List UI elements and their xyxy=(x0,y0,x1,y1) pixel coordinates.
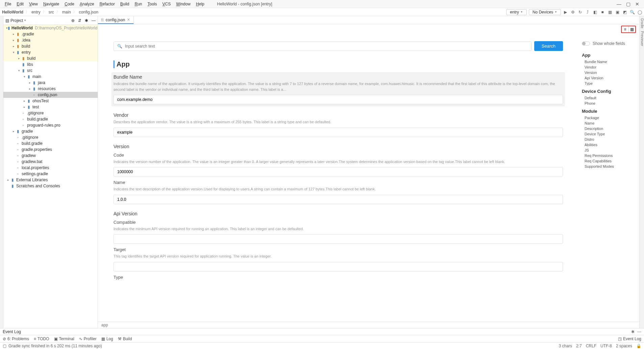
tree-ohosTest[interactable]: ▸▮ohosTest xyxy=(3,98,98,104)
tree-.gitignore[interactable]: ▫.gitignore xyxy=(3,110,98,116)
nav-item-version[interactable]: Version xyxy=(582,70,636,75)
status-encoding[interactable]: UTF-8 xyxy=(600,344,612,348)
api-compatible-input[interactable] xyxy=(113,234,563,244)
sdk-icon[interactable]: ◩ xyxy=(622,10,627,15)
tree-gradle.properties[interactable]: ▫gradle.properties xyxy=(3,146,98,153)
tree-gradle[interactable]: ▸▮gradle xyxy=(3,128,98,134)
menu-vcs[interactable]: VCS xyxy=(160,1,174,7)
status-eol[interactable]: CRLF xyxy=(586,344,596,348)
nav-item-abilities[interactable]: Abilities xyxy=(582,142,636,147)
chevron-icon[interactable]: ▾ xyxy=(11,51,16,54)
tree-java[interactable]: ▸▮java xyxy=(3,80,98,86)
view-mode-toggle[interactable]: ≡ ▦ xyxy=(621,26,636,33)
menu-view[interactable]: View xyxy=(26,1,41,7)
tree-resources[interactable]: ▸▮resources xyxy=(3,86,98,92)
menu-navigate[interactable]: Navigate xyxy=(41,1,62,7)
sync-icon[interactable]: ▦ xyxy=(608,10,612,15)
nav-item-device-type[interactable]: Device Type xyxy=(582,131,636,137)
nav-item-type[interactable]: Type xyxy=(582,81,636,86)
nav-item-req-permissions[interactable]: Req Permissions xyxy=(582,153,636,158)
gear-icon[interactable]: ✱ xyxy=(631,329,635,334)
tree-HelloWorld[interactable]: ▾▮HelloWorldD:\harmonyOS_Project\HelloWo… xyxy=(3,25,98,31)
close-icon[interactable]: ✕ xyxy=(635,1,639,7)
project-dropdown[interactable]: Project xyxy=(10,18,23,23)
menu-code[interactable]: Code xyxy=(62,1,77,7)
nav-item-js[interactable]: JS xyxy=(582,147,636,153)
menu-file[interactable]: File xyxy=(2,1,14,7)
chevron-icon[interactable]: ▾ xyxy=(22,75,26,78)
visual-view-icon[interactable]: ▦ xyxy=(628,26,635,32)
bundle-name-input[interactable] xyxy=(113,95,563,104)
crumb-src[interactable]: src xyxy=(49,10,54,15)
run-config-selector[interactable]: entry▼ xyxy=(506,9,527,15)
menu-build[interactable]: Build xyxy=(118,1,132,7)
version-name-input[interactable] xyxy=(113,195,563,204)
chevron-icon[interactable]: ▸ xyxy=(28,87,32,90)
minimize-icon[interactable]: — xyxy=(617,1,621,7)
search-button[interactable]: Search xyxy=(534,41,563,51)
crumb-main[interactable]: main xyxy=(62,10,71,15)
nav-item-vendor[interactable]: Vendor xyxy=(582,64,636,70)
chevron-icon[interactable]: ▸ xyxy=(28,81,32,84)
nav-section-device-config[interactable]: Device Config xyxy=(582,89,636,94)
tree-Scratches and Consoles[interactable]: ▮Scratches and Consoles xyxy=(3,183,98,189)
tool-event-log[interactable]: ◳Event Log xyxy=(618,337,641,341)
menu-help[interactable]: Help xyxy=(193,1,207,7)
status-indent[interactable]: 2 spaces xyxy=(616,344,632,348)
settings-icon[interactable]: ✱ xyxy=(85,18,88,23)
locate-icon[interactable]: ⊕ xyxy=(71,18,75,23)
nav-section-app[interactable]: App xyxy=(582,53,636,58)
tree-gradlew.bat[interactable]: ▫gradlew.bat xyxy=(3,159,98,165)
close-tab-icon[interactable]: ✕ xyxy=(127,18,130,22)
stop-icon[interactable]: ■ xyxy=(600,10,605,15)
tree-local.properties[interactable]: ▫local.properties xyxy=(3,165,98,171)
nav-item-package[interactable]: Package xyxy=(582,115,636,120)
event-log-label[interactable]: Event Log xyxy=(3,329,21,334)
collapse-icon[interactable]: ⇵ xyxy=(78,18,81,23)
chevron-icon[interactable]: ▸ xyxy=(22,105,26,109)
nav-section-module[interactable]: Module xyxy=(582,109,636,114)
profile-icon[interactable]: ⤴ xyxy=(585,10,590,15)
tree-settings.gradle[interactable]: ▫settings.gradle xyxy=(3,171,98,177)
tree-src[interactable]: ▾▮src xyxy=(3,68,98,74)
list-view-icon[interactable]: ≡ xyxy=(622,26,628,32)
menu-tools[interactable]: Tools xyxy=(145,1,160,7)
nav-item-supported-modes[interactable]: Supported Modes xyxy=(582,164,636,169)
run-icon[interactable]: ▶ xyxy=(563,10,568,15)
editor-breadcrumb[interactable]: app xyxy=(98,322,639,328)
nav-item-description[interactable]: Description xyxy=(582,126,636,131)
chevron-icon[interactable]: ▸ xyxy=(6,178,10,182)
crumb-HelloWorld[interactable]: HelloWorld xyxy=(2,10,23,15)
tab-config-json[interactable]: ⎘ config.json ✕ xyxy=(98,16,134,24)
api-target-input[interactable] xyxy=(113,262,563,271)
tree-build[interactable]: ▸▮build xyxy=(3,55,98,61)
tree-build.gradle[interactable]: ▫build.gradle xyxy=(3,140,98,146)
tool-build[interactable]: ⚒Build xyxy=(118,337,132,341)
crumb-config.json[interactable]: config.json xyxy=(79,10,98,15)
tree-.gitignore[interactable]: ▫.gitignore xyxy=(3,134,98,140)
breadcrumb[interactable]: HelloWorld〉entry〉src〉main〉config.json xyxy=(2,9,98,15)
chevron-icon[interactable]: ▸ xyxy=(11,32,16,36)
minimize-gutter-icon[interactable]: — xyxy=(637,329,641,334)
tree-test[interactable]: ▸▮test xyxy=(3,104,98,110)
nav-item-phone[interactable]: Phone xyxy=(582,101,636,106)
chevron-icon[interactable]: ▸ xyxy=(11,45,16,48)
menu-run[interactable]: Run xyxy=(132,1,145,7)
account-icon[interactable]: ◯ xyxy=(637,10,642,15)
nav-item-default[interactable]: Default xyxy=(582,95,636,101)
tree-entry[interactable]: ▾▮entry xyxy=(3,49,98,55)
menu-edit[interactable]: Edit xyxy=(14,1,26,7)
tree-main[interactable]: ▾▮main xyxy=(3,74,98,80)
menu-window[interactable]: Window xyxy=(173,1,193,7)
chevron-icon[interactable]: ▸ xyxy=(17,57,21,60)
hide-icon[interactable]: — xyxy=(92,18,96,23)
device-selector[interactable]: No Devices▼ xyxy=(529,9,561,15)
search-everywhere-icon[interactable]: 🔍 xyxy=(630,10,635,15)
tree-libs[interactable]: ▮libs xyxy=(3,61,98,68)
tree-External Libraries[interactable]: ▸▮External Libraries xyxy=(3,177,98,183)
attach-icon[interactable]: ◧ xyxy=(593,10,597,15)
nav-item-api-version[interactable]: Api Version xyxy=(582,75,636,81)
crumb-entry[interactable]: entry xyxy=(31,10,41,15)
nav-item-req-capabilities[interactable]: Req Capabilities xyxy=(582,158,636,164)
status-position[interactable]: 2:7 xyxy=(576,344,582,348)
